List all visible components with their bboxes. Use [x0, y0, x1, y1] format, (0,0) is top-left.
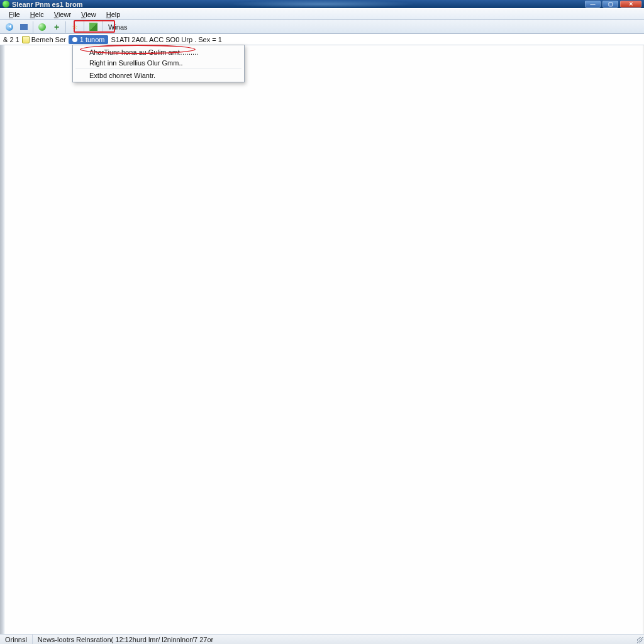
breadcrumb-label: Bemeh Ser	[31, 36, 66, 43]
app-icon	[3, 1, 9, 8]
address-bar: & 2 1 Bemeh Ser 1 tunom S1ATI 2A0L ACC S…	[0, 34, 644, 45]
resize-grip[interactable]	[635, 635, 644, 644]
window-title: Sleanr Pnm es1 brom	[12, 1, 83, 8]
toolbar-separator	[65, 21, 66, 33]
toolbar: + ☆ Winas	[0, 20, 644, 34]
content-area	[4, 45, 643, 634]
breadcrumb-seg1: & 2 1	[3, 36, 19, 43]
tool-blue-button[interactable]	[17, 21, 31, 33]
breadcrumb-pill[interactable]: 1 tunom	[69, 35, 109, 44]
add-button[interactable]: +	[50, 21, 64, 33]
wiring-icon-button[interactable]	[86, 21, 100, 33]
toolbar-separator	[102, 21, 103, 33]
status-bar: Orinnsl News-lootrs Relnsration( 12:12hu…	[0, 634, 644, 644]
back-button[interactable]	[3, 21, 16, 33]
menu-file[interactable]: File	[4, 10, 25, 19]
star-icon: ☆	[71, 23, 79, 31]
breadcrumb-seg2: Bemeh Ser	[22, 36, 66, 43]
breadcrumb-info: S1ATI 2A0L ACC SO0 Urp . Sex = 1	[111, 36, 221, 43]
menu-viewr[interactable]: Viewr	[49, 10, 76, 19]
status-seg-2: News-lootrs Relnsration( 12:12hurd lmr/ …	[33, 635, 218, 644]
titlebar: Sleanr Pnm es1 brom — ▢ ✕	[0, 0, 644, 8]
menu-helc[interactable]: Helc	[25, 10, 49, 19]
breadcrumb-index: & 2 1	[3, 36, 19, 43]
breadcrumb-rest: S1ATI 2A0L ACC SO0 Urp . Sex = 1	[111, 36, 221, 43]
minimize-button[interactable]: —	[585, 1, 601, 8]
menubar: File Helc Viewr View Help	[0, 8, 644, 20]
maximize-button[interactable]: ▢	[602, 1, 618, 8]
back-icon	[6, 23, 13, 31]
plus-icon: +	[54, 23, 59, 31]
globe-icon	[38, 23, 46, 31]
dot-icon	[72, 37, 77, 42]
wiring-button[interactable]: Winas	[104, 21, 131, 33]
dropdown-item-3[interactable]: Extbd chonret Wiantr.	[74, 70, 243, 80]
toolbar-separator	[84, 21, 84, 33]
dropdown-item-1[interactable]: AharTiunr hona au Gulim amt…......	[74, 47, 243, 57]
menu-help[interactable]: Help	[101, 10, 126, 19]
status-seg-1: Orinnsl	[0, 635, 33, 644]
flag-icon	[89, 23, 97, 31]
folder-icon	[22, 36, 30, 43]
toolbar-separator	[33, 21, 33, 33]
titlebar-glow	[228, 0, 416, 8]
square-icon	[20, 24, 28, 30]
menu-view[interactable]: View	[76, 10, 101, 19]
close-button[interactable]: ✕	[620, 1, 641, 8]
breadcrumb-pill-label: 1 tunom	[80, 36, 105, 43]
dropdown-menu: AharTiunr hona au Gulim amt…...... Right…	[72, 45, 245, 82]
window-controls: — ▢ ✕	[585, 1, 641, 8]
globe-button[interactable]	[35, 21, 49, 33]
dropdown-item-2[interactable]: Right inn Surellius Olur Gmm..	[74, 57, 243, 68]
dropdown-separator	[75, 69, 242, 69]
bookmark-button[interactable]: ☆	[68, 21, 82, 33]
